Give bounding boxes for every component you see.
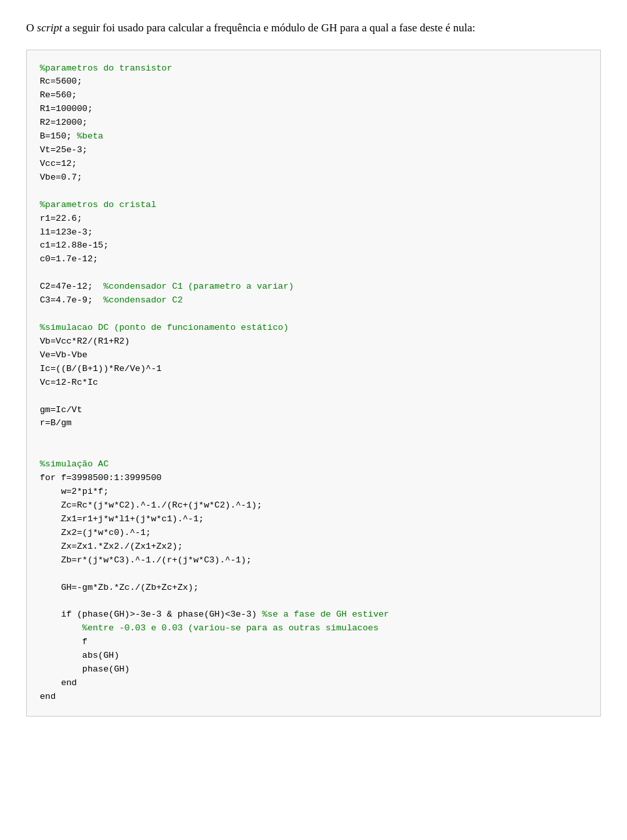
code-line-1: Rc=5600; [40,76,82,86]
code-line-4: R2=12000; [40,118,88,127]
code-line-25: Zx2=(j*w*c0).^-1; [40,528,151,538]
code-line-13: C2=47e-12; %condensador C1 (parametro a … [40,282,294,291]
code-line-8: Vbe=0.7; [40,172,82,182]
code-line-3: R1=100000; [40,104,93,114]
code-line-15: Vb=Vcc*R2/(R1+R2) [40,336,130,346]
code-line-comment-3: %simulacao DC (ponto de funcionamento es… [40,323,289,332]
code-line-7: Vcc=12; [40,159,77,169]
intro-text-after: a seguir foi usado para calcular a frequ… [62,22,475,34]
code-line-29: if (phase(GH)>-3e-3 & phase(GH)<3e-3) %s… [40,609,389,619]
intro-paragraph: O script a seguir foi usado para calcula… [26,20,601,37]
code-block: %parametros do transistor Rc=5600; Re=56… [26,50,601,717]
code-line-comment-1: %parametros do transistor [40,63,172,73]
code-line-20: r=B/gm [40,418,72,428]
code-line-32: abs(GH) [40,651,120,660]
code-line-16: Ve=Vb-Vbe [40,350,88,360]
code-line-24: Zx1=r1+j*w*l1+(j*w*c1).^-1; [40,514,204,524]
code-line-10: l1=123e-3; [40,227,93,237]
code-line-2: Re=560; [40,90,77,100]
code-line-5: B=150; %beta [40,131,103,141]
code-line-35: end [40,692,56,702]
intro-script-word: script [37,22,63,34]
code-line-9: r1=22.6; [40,214,82,223]
code-line-18: Vc=12-Rc*Ic [40,378,98,387]
code-line-17: Ic=((B/(B+1))*Re/Ve)^-1 [40,364,161,374]
intro-text-before: O [26,22,37,34]
code-line-33: phase(GH) [40,664,130,674]
code-line-6: Vt=25e-3; [40,145,88,155]
code-line-14: C3=4.7e-9; %condensador C2 [40,295,183,305]
code-line-31: f [40,637,88,647]
code-line-12: c0=1.7e-12; [40,254,98,264]
code-line-22: w=2*pi*f; [40,487,108,496]
code-line-26: Zx=Zx1.*Zx2./(Zx1+Zx2); [40,541,183,551]
code-line-34: end [40,678,77,688]
code-line-28: GH=-gm*Zb.*Zc./(Zb+Zc+Zx); [40,583,199,592]
code-line-30: %entre -0.03 e 0.03 (variou-se para as o… [40,623,379,633]
code-line-21: for f=3998500:1:3999500 [40,473,161,483]
code-line-11: c1=12.88e-15; [40,240,108,250]
code-line-27: Zb=r*(j*w*C3).^-1./(r+(j*w*C3).^-1); [40,555,251,565]
code-line-19: gm=Ic/Vt [40,405,82,415]
code-line-comment-2: %parametros do cristal [40,200,156,210]
code-line-23: Zc=Rc*(j*w*C2).^-1./(Rc+(j*w*C2).^-1); [40,500,262,510]
code-line-comment-4: %simulação AC [40,459,108,469]
